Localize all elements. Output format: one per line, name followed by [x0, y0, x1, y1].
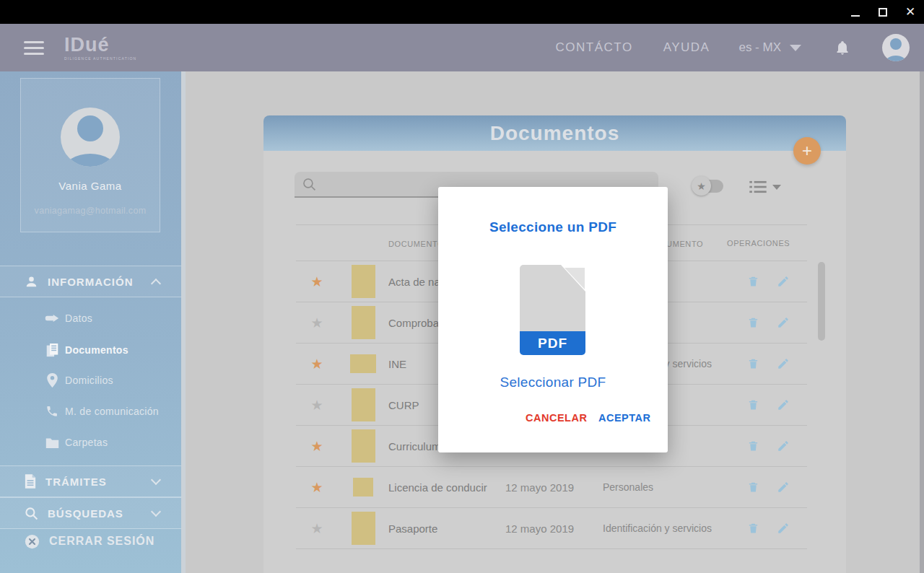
- profile-email: vaniagamag@hotmail.com: [21, 206, 160, 216]
- pencil-icon: [777, 275, 790, 288]
- document-category: Identificación y servicios: [603, 522, 747, 534]
- delete-button[interactable]: [747, 439, 759, 452]
- edit-button[interactable]: [777, 316, 790, 329]
- delete-button[interactable]: [747, 522, 759, 535]
- edit-button[interactable]: [777, 275, 790, 288]
- col-header-operations: OPERACIONES: [727, 239, 790, 248]
- folder-icon: [43, 437, 61, 448]
- delete-button[interactable]: [747, 275, 759, 288]
- minimize-icon: [851, 15, 860, 17]
- sidebar-section-tramites[interactable]: TRÁMITES: [0, 465, 181, 497]
- language-label: es - MX: [738, 40, 781, 55]
- chevron-up-icon: [151, 278, 161, 288]
- favorite-star[interactable]: ★: [310, 357, 323, 371]
- close-button[interactable]: ✕: [897, 0, 924, 24]
- phone-icon: [43, 405, 61, 418]
- sidebar-section-informacion[interactable]: INFORMACIÓN: [0, 266, 181, 297]
- sidebar-item-documentos[interactable]: Documentos: [0, 339, 181, 361]
- chevron-down-icon: [772, 185, 781, 190]
- edit-button[interactable]: [777, 398, 790, 411]
- table-scrollbar[interactable]: [818, 262, 825, 341]
- bell-icon: [834, 39, 850, 56]
- document-thumbnail: [352, 306, 375, 339]
- window-titlebar: ✕: [0, 0, 924, 24]
- document-thumbnail: [352, 512, 375, 545]
- sidebar-section-label: INFORMACIÓN: [48, 276, 134, 288]
- minimize-button[interactable]: [842, 0, 869, 24]
- profile-card: Vania Gama vaniagamag@hotmail.com: [20, 78, 160, 232]
- favorite-star[interactable]: ★: [310, 316, 323, 330]
- app-header: IDué DILIGENCE AUTHENTICATION CONTÁCTO A…: [0, 24, 924, 71]
- nav-ayuda[interactable]: AYUDA: [663, 40, 710, 55]
- trash-icon: [747, 316, 759, 329]
- edit-button[interactable]: [777, 522, 790, 535]
- avatar-head: [890, 38, 902, 50]
- page-scrollbar[interactable]: [920, 71, 924, 573]
- edit-button[interactable]: [777, 481, 790, 494]
- view-mode-selector[interactable]: [749, 180, 781, 193]
- sidebar-item-datos[interactable]: Datos: [0, 307, 181, 329]
- pencil-icon: [777, 481, 790, 494]
- logout-button[interactable]: CERRAR SESIÓN: [0, 529, 181, 554]
- close-icon: ✕: [905, 6, 915, 18]
- maximize-icon: [879, 8, 887, 17]
- sidebar-item-comunicacion[interactable]: M. de comunicación: [0, 401, 181, 422]
- sidebar-item-domicilios[interactable]: Domicilios: [0, 369, 181, 391]
- delete-button[interactable]: [747, 316, 759, 329]
- trash-icon: [747, 522, 759, 535]
- notifications-button[interactable]: [834, 39, 850, 56]
- favorites-filter-toggle[interactable]: ★: [692, 179, 723, 193]
- panel-header: Documentos: [263, 115, 846, 151]
- avatar-body: [885, 56, 907, 61]
- edit-button[interactable]: [777, 357, 790, 370]
- documents-icon: [43, 343, 61, 358]
- document-thumbnail: [352, 388, 375, 421]
- sidebar-scrollbar[interactable]: [181, 71, 186, 573]
- favorite-star[interactable]: ★: [310, 522, 323, 535]
- user-avatar[interactable]: [882, 34, 910, 61]
- pencil-icon: [777, 522, 790, 535]
- maximize-button[interactable]: [869, 0, 897, 24]
- delete-button[interactable]: [747, 398, 759, 411]
- hamburger-icon: [24, 41, 44, 43]
- star-icon: ★: [697, 180, 706, 192]
- pencil-icon: [777, 316, 790, 329]
- accept-button[interactable]: ACEPTAR: [598, 412, 651, 424]
- trash-icon: [747, 439, 759, 452]
- app-window: ✕ IDué DILIGENCE AUTHENTICATION CONTÁCTO…: [0, 0, 924, 573]
- language-selector[interactable]: es - MX: [738, 40, 801, 55]
- document-thumbnail: [352, 265, 375, 298]
- profile-avatar: [61, 108, 120, 167]
- location-pin-icon: [43, 373, 61, 388]
- favorite-star[interactable]: ★: [310, 275, 323, 289]
- favorite-star[interactable]: ★: [310, 439, 323, 453]
- pencil-icon: [777, 398, 790, 411]
- app-logo: IDué DILIGENCE AUTHENTICATION: [64, 35, 136, 61]
- nav-contacto[interactable]: CONTÁCTO: [556, 40, 633, 55]
- delete-button[interactable]: [747, 481, 759, 494]
- add-document-button[interactable]: +: [793, 137, 821, 165]
- table-row[interactable]: ★ Pasaporte 12 mayo 2019 Identificación …: [296, 508, 807, 549]
- sidebar-section-busquedas[interactable]: BÚSQUEDAS: [0, 497, 181, 529]
- table-row[interactable]: ★ Licencia de conducir 12 mayo 2019 Pers…: [296, 467, 807, 508]
- header-nav: CONTÁCTO AYUDA es - MX: [556, 34, 924, 61]
- cancel-button[interactable]: CANCELAR: [526, 412, 587, 424]
- file-icon: [25, 474, 36, 489]
- favorite-star[interactable]: ★: [310, 481, 323, 494]
- trash-icon: [747, 398, 759, 411]
- select-pdf-link[interactable]: Seleccionar PDF: [438, 375, 668, 390]
- pencil-icon: [777, 439, 790, 452]
- menu-button[interactable]: [24, 41, 44, 55]
- search-icon: [302, 178, 316, 191]
- pdf-file-icon: PDF: [520, 265, 585, 349]
- favorite-star[interactable]: ★: [310, 398, 323, 412]
- sidebar-item-carpetas[interactable]: Carpetas: [0, 432, 181, 453]
- page-fold-icon: [565, 268, 585, 289]
- document-date: 12 mayo 2019: [505, 522, 603, 535]
- document-name: Pasaporte: [388, 522, 505, 535]
- edit-button[interactable]: [777, 439, 790, 452]
- pencil-icon: [777, 357, 790, 370]
- delete-button[interactable]: [747, 357, 759, 370]
- person-icon: [25, 275, 38, 289]
- pdf-label: PDF: [520, 331, 585, 355]
